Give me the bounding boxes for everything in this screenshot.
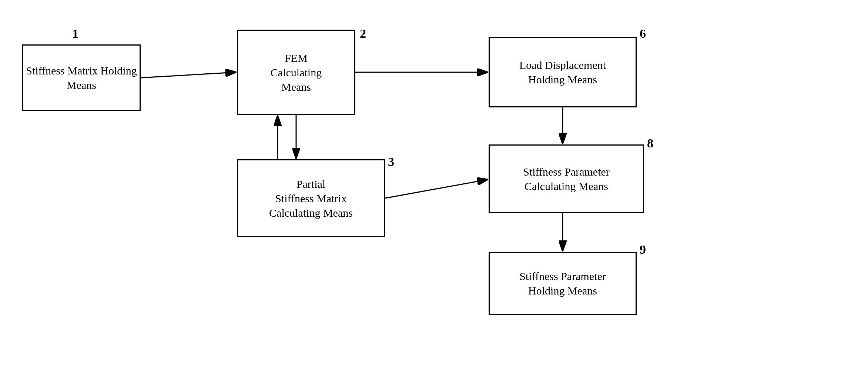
- label-2: 2: [360, 27, 366, 41]
- label-9: 9: [640, 243, 646, 257]
- box-stiffness-parameter-holding: Stiffness ParameterHolding Means: [489, 252, 637, 315]
- box-fem-calculating: FEMCalculatingMeans: [237, 30, 355, 115]
- box-partial-stiffness: PartialStiffness MatrixCalculating Means: [237, 159, 385, 237]
- svg-line-1: [141, 72, 235, 78]
- label-3: 3: [388, 155, 394, 169]
- box-stiffness-parameter-calculating: Stiffness ParameterCalculating Means: [489, 144, 644, 213]
- label-8: 8: [647, 136, 653, 150]
- label-6: 6: [640, 27, 646, 41]
- svg-line-5: [385, 180, 487, 198]
- box-stiffness-matrix-holding: Stiffness Matrix Holding Means: [22, 44, 141, 111]
- diagram-container: Stiffness Matrix Holding Means FEMCalcul…: [0, 0, 868, 373]
- box-load-displacement-holding: Load DisplacementHolding Means: [489, 37, 637, 107]
- label-1: 1: [72, 27, 78, 41]
